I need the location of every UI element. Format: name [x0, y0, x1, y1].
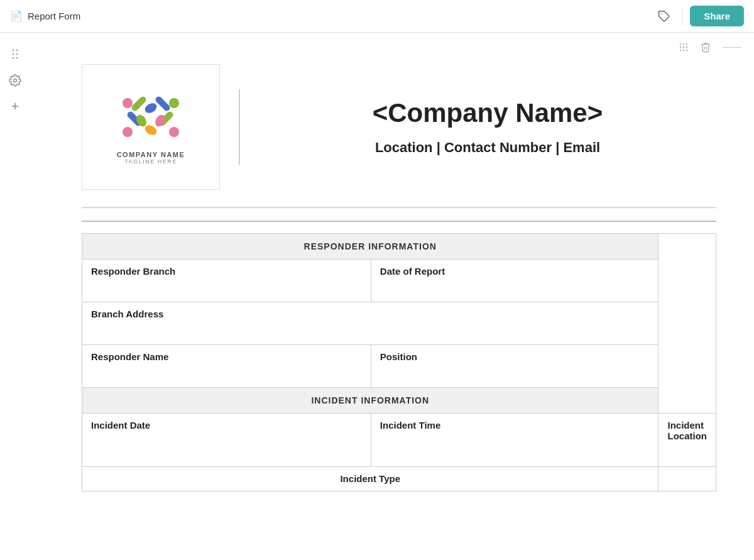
incident-location-cell: Incident Location	[658, 413, 716, 466]
sidebar-tools	[6, 45, 24, 114]
svg-point-23	[169, 98, 179, 108]
svg-point-16	[680, 50, 681, 51]
topbar-divider	[682, 8, 682, 25]
table-row: Responder Name Position	[82, 344, 716, 387]
header-content: COMPANY NAME TAGLINE HERE <Company Name>…	[82, 58, 716, 196]
svg-rect-20	[131, 96, 148, 113]
company-info: <Company Name> Location | Contact Number…	[259, 98, 716, 156]
svg-point-2	[16, 50, 18, 52]
svg-point-26	[169, 127, 179, 137]
report-table: RESPONDER INFORMATION Responder Branch D…	[82, 233, 716, 491]
svg-point-13	[680, 47, 681, 48]
app-title: Report Form	[28, 11, 80, 21]
file-icon: 📄	[10, 10, 23, 22]
section-divider	[82, 221, 716, 222]
delete-icon-button[interactable]	[697, 39, 714, 55]
svg-point-5	[13, 57, 14, 59]
incident-type-cell: Incident Type	[82, 466, 658, 491]
doc-header: COMPANY NAME TAGLINE HERE <Company Name>…	[82, 58, 716, 208]
responder-name-label: Responder Name	[91, 351, 362, 362]
incident-time-label: Incident Time	[380, 420, 650, 431]
responder-branch-label: Responder Branch	[91, 266, 362, 277]
svg-rect-24	[155, 96, 172, 113]
svg-point-3	[13, 53, 14, 55]
responder-section-label: RESPONDER INFORMATION	[82, 233, 658, 259]
svg-point-1	[13, 50, 14, 52]
branch-address-label: Branch Address	[91, 309, 649, 319]
incident-location-label: Incident Location	[667, 420, 707, 441]
logo-company-name: COMPANY NAME	[117, 151, 185, 158]
settings-icon-button[interactable]	[6, 72, 24, 89]
logo-box: COMPANY NAME TAGLINE HERE	[82, 64, 220, 190]
topbar-left: 📄 Report Form	[10, 10, 80, 22]
incident-type-label: Incident Type	[340, 473, 400, 484]
svg-point-19	[123, 98, 133, 108]
document: COMPANY NAME TAGLINE HERE <Company Name>…	[82, 58, 716, 491]
date-of-report-label: Date of Report	[380, 266, 650, 277]
svg-point-15	[686, 47, 687, 48]
incident-date-cell: Incident Date	[82, 413, 371, 466]
responder-name-cell: Responder Name	[82, 344, 371, 387]
company-logo	[116, 89, 185, 146]
drag-handle[interactable]	[8, 45, 22, 63]
share-button[interactable]: Share	[690, 6, 744, 26]
responder-section-header-row: RESPONDER INFORMATION	[82, 233, 716, 259]
tag-icon-button[interactable]	[654, 6, 674, 26]
responder-branch-cell: Responder Branch	[82, 259, 371, 302]
logo-tagline: TAGLINE HERE	[124, 158, 177, 165]
top-float-toolbar	[0, 33, 754, 58]
incident-date-label: Incident Date	[91, 420, 362, 431]
svg-point-22	[123, 127, 133, 137]
header-vertical-divider	[239, 89, 240, 165]
company-subtitle: Location | Contact Number | Email	[375, 140, 600, 156]
svg-point-18	[686, 50, 687, 51]
svg-point-27	[143, 101, 158, 115]
position-cell: Position	[371, 344, 658, 387]
svg-point-4	[16, 53, 18, 55]
table-row: Incident Date Incident Time Incident Loc…	[82, 413, 716, 466]
date-of-report-cell: Date of Report	[371, 259, 658, 302]
grid-icon-button[interactable]	[676, 40, 691, 55]
svg-point-11	[683, 43, 684, 45]
branch-address-cell: Branch Address	[82, 302, 658, 344]
table-row: Incident Type	[82, 466, 716, 491]
topbar: 📄 Report Form Share	[0, 0, 754, 33]
svg-point-14	[683, 47, 684, 48]
add-icon-button[interactable]	[7, 98, 23, 114]
svg-point-17	[683, 50, 684, 51]
svg-point-12	[686, 43, 687, 45]
table-row: Responder Branch Date of Report	[82, 259, 716, 302]
position-label: Position	[380, 351, 650, 362]
svg-point-7	[14, 79, 17, 82]
company-title: <Company Name>	[373, 98, 603, 128]
svg-point-10	[680, 43, 681, 45]
incident-section-label: INCIDENT INFORMATION	[82, 387, 658, 413]
incident-section-header-row: INCIDENT INFORMATION	[82, 387, 716, 413]
main-content: COMPANY NAME TAGLINE HERE <Company Name>…	[0, 33, 754, 517]
topbar-right: Share	[654, 6, 744, 26]
svg-point-6	[16, 57, 18, 59]
incident-time-cell: Incident Time	[371, 413, 658, 466]
table-row: Branch Address	[82, 302, 716, 344]
